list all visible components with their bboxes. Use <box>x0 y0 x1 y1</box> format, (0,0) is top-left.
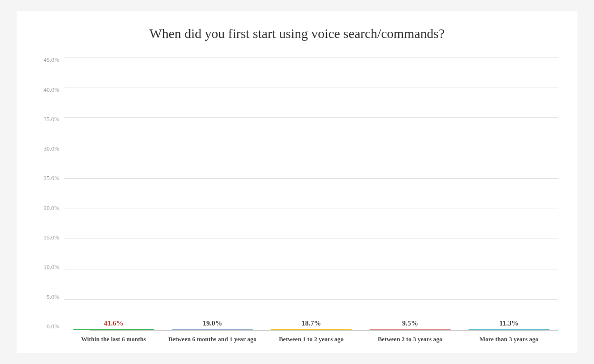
x-labels: Within the last 6 monthsBetween 6 months… <box>64 335 558 344</box>
bar-value-label: 41.6% <box>104 319 123 327</box>
bar-value-label: 18.7% <box>301 319 321 327</box>
chart-title: When did you first start using voice sea… <box>149 25 444 42</box>
y-axis-label: 25.0% <box>36 175 59 181</box>
bar-value-label: 19.0% <box>202 319 222 327</box>
y-axis-label: 15.0% <box>36 234 59 240</box>
x-axis-label: Between 1 to 2 years ago <box>262 335 361 344</box>
bar-group: 41.6% <box>64 57 163 330</box>
bar-wrapper: 11.3% <box>468 319 550 330</box>
chart-area: 0.0%5.0%10.0%15.0%20.0%25.0%30.0%35.0%40… <box>36 57 558 344</box>
y-axis-label: 30.0% <box>36 145 59 152</box>
bar-group: 9.5% <box>361 57 460 330</box>
bar-wrapper: 41.6% <box>73 319 154 330</box>
bar <box>172 329 253 330</box>
y-axis-label: 40.0% <box>36 86 59 93</box>
bar-value-label: 9.5% <box>402 319 418 327</box>
bar-value-label: 11.3% <box>499 319 518 327</box>
bars-row: 41.6%19.0%18.7%9.5%11.3% <box>64 57 558 330</box>
y-axis-label: 10.0% <box>36 264 59 270</box>
x-axis-label: Between 2 to 3 years ago <box>361 335 460 344</box>
x-axis-label: Within the last 6 months <box>64 335 163 344</box>
y-axis-label: 35.0% <box>36 116 59 122</box>
x-axis-line <box>90 330 558 331</box>
bar <box>73 329 154 330</box>
x-axis-label: Between 6 months and 1 year ago <box>163 335 262 344</box>
x-axis-label: More than 3 years ago <box>460 335 558 344</box>
y-axis-label: 20.0% <box>36 205 59 211</box>
chart-container: When did you first start using voice sea… <box>17 11 577 353</box>
bar <box>468 329 550 330</box>
y-axis-label: 45.0% <box>36 57 59 63</box>
bar <box>270 329 352 330</box>
bar-group: 19.0% <box>163 57 262 330</box>
bar-group: 11.3% <box>460 57 558 330</box>
y-axis: 0.0%5.0%10.0%15.0%20.0%25.0%30.0%35.0%40… <box>36 57 59 330</box>
bar-wrapper: 9.5% <box>369 319 451 330</box>
bar <box>369 329 451 330</box>
chart-body: 0.0%5.0%10.0%15.0%20.0%25.0%30.0%35.0%40… <box>36 57 558 330</box>
y-axis-label: 0.0% <box>36 323 59 329</box>
bars-area: 41.6%19.0%18.7%9.5%11.3% <box>64 57 558 330</box>
bar-wrapper: 19.0% <box>172 319 253 330</box>
y-axis-label: 5.0% <box>36 294 59 300</box>
bar-wrapper: 18.7% <box>270 319 352 330</box>
bar-group: 18.7% <box>262 57 361 330</box>
